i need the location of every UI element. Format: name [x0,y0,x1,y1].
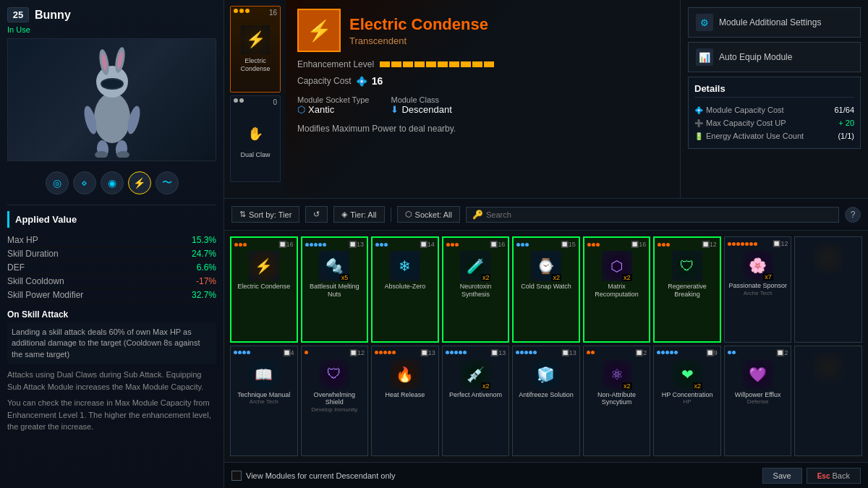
module-card-9[interactable]: 🔲4 📖 Technique Manual Arche Tech [230,346,298,457]
mod-dot-15-0 [657,351,660,354]
mod-icon-bg-16: 💜 [743,359,773,390]
mod-dot-10-0 [305,351,308,354]
stat-label-cd: Skill Cooldown [7,276,64,286]
mod-icon-area-13: 🧊 [531,359,561,390]
mod-dot-13-3 [529,351,532,354]
mod-dot-5-0 [587,243,591,247]
skill-icon-4[interactable]: ⚡ [128,171,151,194]
mod-dot-6-2 [666,243,670,247]
module-card-0[interactable]: 🔲16 ⚡ Electric Condense [230,236,298,343]
mod-icon-area-15: ❤ x2 [672,359,702,390]
skill-icon-5[interactable]: 〜 [156,171,179,194]
module-card-15[interactable]: 🔲9 ❤ x2 HP Concentration HP [653,346,721,457]
details-title: Details [694,83,854,98]
detail-value-maxcap: + 20 [838,119,854,127]
module-card-7[interactable]: 🔲12 🌸 x7 Passionate Sponsor Arche Tech [724,236,792,343]
mod-icon-area-8 [813,243,843,273]
search-input[interactable] [486,210,833,219]
help-btn[interactable]: ? [845,207,861,223]
module-card-4[interactable]: 🔲15 ⌚ x2 Cold Snap Watch [512,236,580,343]
mod-dots-13 [516,349,537,356]
mod-dot-12-0 [446,351,449,354]
mod-num-10: 🔲12 [349,349,365,356]
refresh-btn[interactable]: ↺ [305,206,328,223]
socket-type-key: Module Socket Type [297,95,369,104]
module-detail-area: 16 ⚡ ElectricCondense 0 ✋ Dual Claw ⚡ El… [224,0,868,199]
checkbox-row[interactable]: View Modules for current Descendant only [231,471,395,481]
ebar-3 [403,61,413,67]
module-slot-electric-condense[interactable]: 16 ⚡ ElectricCondense [230,6,281,93]
mod-dot-9-1 [238,351,242,354]
detail-label-maxcap: ➕ Max Capacity Cost UP [694,119,786,127]
module-card-2[interactable]: 🔲14 ❄ Absolute-Zero [371,236,439,343]
stat-value-skilldur: 24.7% [192,249,216,259]
auto-equip-btn[interactable]: 📊 Auto Equip Module [688,42,861,72]
filter-bar: ⇅ Sort by: Tier ↺ ◈ Tier: All ⬡ Socket: … [224,199,868,231]
detail-value-capacity: 61/64 [834,106,854,114]
detail-maxcap-text: Max Capacity Cost UP [706,119,786,127]
mod-dot-5-1 [592,243,595,247]
mod-num-16: 🔲2 [776,349,788,356]
class-val: ⬇ Descendant [391,104,451,115]
sort-label: Sort by: Tier [249,210,292,219]
module-card-5[interactable]: 🔲16 ⬡ x2 Matrix Recomputation [583,236,651,343]
mod-dot-7-0 [728,242,731,246]
module-card-12[interactable]: 🔲13 💉 x2 Perfect Antivenom [442,346,510,457]
sort-btn[interactable]: ⇅ Sort by: Tier [231,206,299,223]
ebar-9 [472,61,482,67]
mod-dots-6 [658,241,670,248]
descendant-filter-checkbox[interactable] [231,471,242,481]
mod-name-13: Antifreeze Solution [519,391,574,399]
mod-dots-5 [587,241,600,248]
stat-label-def: DEF [7,262,25,273]
ebar-7 [449,61,459,67]
mod-icon-area-10: 🛡 [319,359,349,390]
module-icon-ec: ⚡ [241,25,270,54]
mod-icon-area-3: 🧪 x2 [460,251,490,281]
mod-dot-16-1 [732,351,736,354]
mod-icon-area-16: 💜 [743,359,773,390]
auto-equip-icon: 📊 [696,48,713,66]
module-card-11[interactable]: 🔲13 🔥 Heat Release [371,346,439,457]
stat-row-skilldur: Skill Duration 24.7% [7,247,216,261]
module-settings-btn[interactable]: ⚙ Module Additional Settings [688,7,861,38]
module-card-17[interactable] [794,346,862,457]
mod-card-header-7: 🔲12 [728,240,788,247]
mod-name-3: Neurotoxin Synthesis [446,283,506,299]
module-card-10[interactable]: 🔲12 🛡 Overwhelming Shield Develop Immuni… [301,346,369,457]
mod-dots-2 [375,241,388,248]
search-bar[interactable]: 🔑 [466,207,839,223]
module-card-16[interactable]: 🔲2 💜 Willpower Efflux Defense [724,346,792,457]
module-type-row: Module Socket Type ⬡ Xantic Module Class… [297,95,668,115]
mod-num-13: 🔲13 [561,349,576,356]
mod-dot-11-4 [392,351,396,354]
module-slot-dual-claw[interactable]: 0 ✋ Dual Claw [230,95,281,182]
selected-modules-col: 16 ⚡ ElectricCondense 0 ✋ Dual Claw [224,0,286,198]
back-button[interactable]: Esc Back [807,468,861,484]
module-card-3[interactable]: 🔲16 🧪 x2 Neurotoxin Synthesis [442,236,510,343]
module-card-8[interactable] [794,236,862,343]
module-card-13[interactable]: 🔲13 🧊 Antifreeze Solution [512,346,580,457]
mod-dot-6-0 [658,243,661,247]
mod-dot-14-0 [587,351,590,354]
socket-filter-btn[interactable]: ⬡ Socket: All [397,206,460,223]
mod-dot-15-4 [674,351,678,354]
skill-icon-3[interactable]: ◉ [101,171,124,194]
mod-card-header-2: 🔲14 [375,241,435,248]
bottom-bar: View Modules for current Descendant only… [224,462,868,488]
module-card-1[interactable]: 🔲13 🔩 x5 Battlesuit Melting Nuts [301,236,369,343]
tier-filter-btn[interactable]: ◈ Tier: All [333,206,384,223]
module-icon-dc: ✋ [241,119,270,148]
mod-dot-11-3 [388,351,391,354]
save-button[interactable]: Save [762,468,802,484]
detail-value-activator: (1/1) [838,132,854,140]
skill-desc-1: Landing a skill attack deals 60% of own … [7,322,216,364]
mod-icon-area-5: ⬡ x2 [602,251,632,281]
skill-desc-2: Attacks using Dual Claws during Sub Atta… [7,369,216,393]
mod-dot-13-4 [533,351,537,354]
skill-icon-2[interactable]: ⋄ [73,171,96,194]
module-card-14[interactable]: 🔲2 ⚛ x2 Non-Attribute Syncytium [583,346,651,457]
module-card-6[interactable]: 🔲12 🛡 Regenerative Breaking [653,236,721,343]
tier-badge-1 [234,9,250,13]
skill-icon-1[interactable]: ◎ [46,171,69,194]
